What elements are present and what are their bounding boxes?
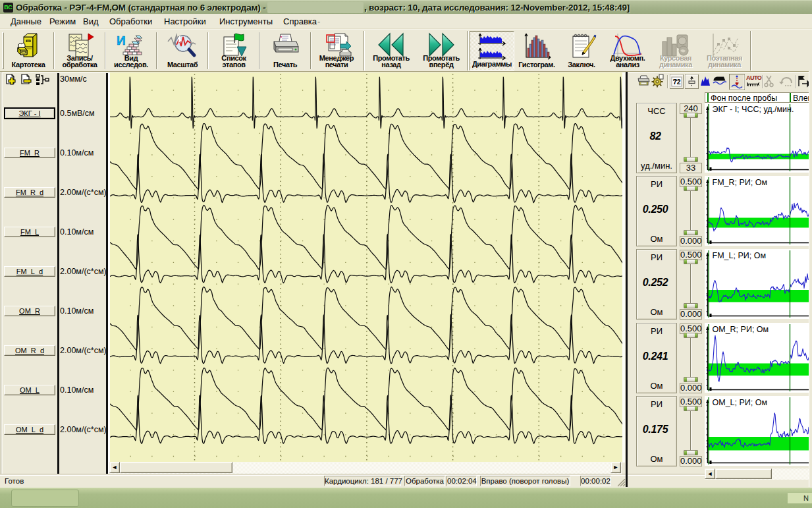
- svg-text:ОМ_R; РИ; Ом: ОМ_R; РИ; Ом: [713, 325, 769, 334]
- svg-text:И: И: [117, 34, 126, 47]
- svg-text:ЭКГ - I; ЧСС; уд./мин.: ЭКГ - I; ЧСС; уд./мин.: [713, 105, 794, 114]
- svg-text:FM_R; РИ; Ом: FM_R; РИ; Ом: [713, 178, 768, 187]
- svg-text:ОМ_L; РИ; Ом: ОМ_L; РИ; Ом: [713, 398, 768, 407]
- svg-text:72: 72: [673, 78, 681, 86]
- svg-text:AUTO: AUTO: [746, 74, 762, 81]
- svg-text:FM_L; РИ; Ом: FM_L; РИ; Ом: [713, 251, 766, 260]
